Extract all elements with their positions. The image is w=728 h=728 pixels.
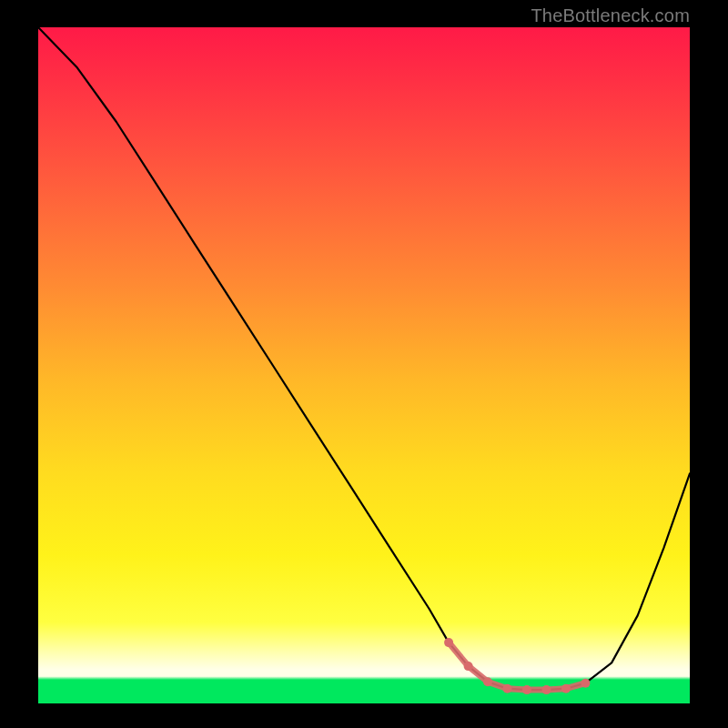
- chart-svg: [38, 27, 690, 703]
- lowlight-marker: [522, 685, 531, 694]
- chart-frame: TheBottleneck.com: [0, 0, 728, 728]
- watermark-text: TheBottleneck.com: [531, 5, 690, 26]
- lowlight-marker: [503, 684, 512, 693]
- lowlight-marker: [464, 662, 473, 671]
- lowlight-marker: [444, 638, 453, 647]
- bottleneck-curve: [38, 27, 690, 690]
- lowlight-marker: [581, 679, 590, 688]
- lowlight-marker: [561, 684, 571, 693]
- lowlight-marker: [542, 685, 551, 694]
- curve-path: [38, 27, 690, 690]
- lowlight-marker: [483, 677, 492, 686]
- plot-area: [38, 27, 690, 703]
- lowlight-markers: [444, 638, 590, 694]
